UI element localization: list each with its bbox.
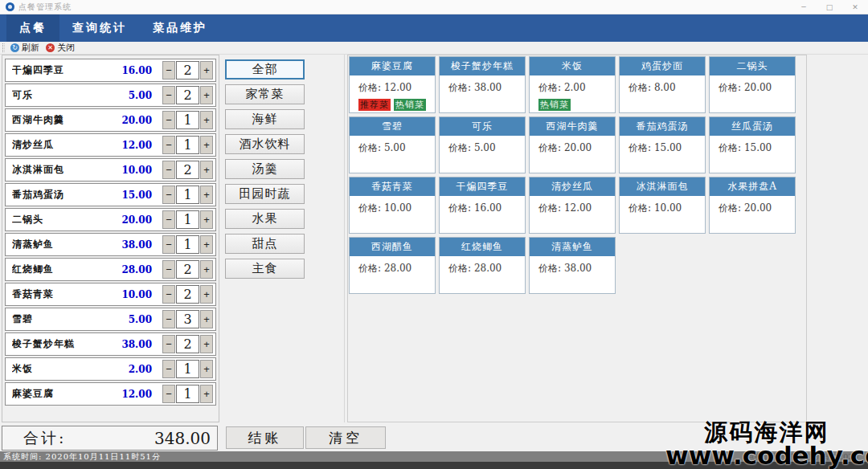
order-row: 雪碧 5.00 − 3 + [5, 308, 216, 331]
decrease-qty-button[interactable]: − [162, 310, 175, 328]
decrease-qty-button[interactable]: − [162, 285, 175, 304]
category-button[interactable]: 家常菜 [225, 84, 305, 104]
dish-tags: 热销菜 [538, 99, 615, 111]
increase-qty-button[interactable]: + [200, 335, 213, 353]
increase-qty-button[interactable]: + [200, 310, 213, 328]
quantity-stepper: − 2 + [162, 260, 213, 279]
category-button[interactable]: 水果 [225, 209, 305, 229]
close-button[interactable]: ✕ 关闭 [44, 42, 80, 54]
order-item-name: 麻婆豆腐 [12, 387, 107, 401]
dish-card[interactable]: 二锅头 价格: 20.00 [709, 56, 796, 113]
increase-qty-button[interactable]: + [200, 136, 213, 154]
increase-qty-button[interactable]: + [200, 111, 213, 129]
menu-bar: 点餐 查询统计 菜品维护 [0, 14, 868, 42]
decrease-qty-button[interactable]: − [162, 360, 175, 378]
dish-card[interactable]: 可乐 价格: 5.00 [439, 116, 526, 173]
dish-price-value: 28.00 [384, 263, 411, 274]
dish-price-value: 10.00 [384, 202, 411, 214]
dish-price: 价格: 28.00 [358, 262, 435, 275]
minimize-button[interactable]: ─ [791, 0, 817, 14]
dish-price: 价格: 10.00 [358, 202, 435, 215]
dish-name: 鸡蛋炒面 [620, 57, 705, 75]
dish-card[interactable]: 清蒸鲈鱼 价格: 38.00 [529, 237, 616, 294]
increase-qty-button[interactable]: + [200, 285, 213, 304]
dish-card[interactable]: 冰淇淋面包 价格: 10.00 [619, 177, 706, 234]
order-item-name: 冰淇淋面包 [12, 163, 107, 177]
menu-item-dish-maintenance[interactable]: 菜品维护 [140, 14, 220, 42]
category-button[interactable]: 海鲜 [225, 109, 305, 129]
increase-qty-button[interactable]: + [200, 360, 213, 378]
decrease-qty-button[interactable]: − [162, 210, 175, 229]
price-label: 价格: [448, 263, 471, 274]
decrease-qty-button[interactable]: − [162, 235, 175, 254]
dish-area: 麻婆豆腐 价格: 12.00 推荐菜热销菜 梭子蟹炒年糕 价格: 38.00 米… [347, 55, 807, 422]
close-window-button[interactable]: ✕ [842, 0, 868, 14]
menu-item-statistics[interactable]: 查询统计 [59, 14, 140, 42]
dish-price: 价格: 38.00 [538, 262, 615, 275]
increase-qty-button[interactable]: + [200, 385, 213, 403]
qty-value: 1 [176, 360, 199, 378]
dish-card[interactable]: 干煸四季豆 价格: 16.00 [439, 177, 526, 234]
refresh-button[interactable]: ↻ 刷新 [9, 42, 44, 54]
dish-card[interactable]: 红烧鲫鱼 价格: 28.00 [439, 237, 526, 294]
dish-card[interactable]: 西湖牛肉羹 价格: 20.00 [529, 116, 616, 173]
checkout-button[interactable]: 结账 [226, 426, 304, 449]
dish-card[interactable]: 香菇青菜 价格: 10.00 [349, 177, 436, 234]
category-button[interactable]: 甜点 [225, 234, 305, 254]
dish-price: 价格: 5.00 [448, 141, 525, 155]
decrease-qty-button[interactable]: − [162, 335, 175, 353]
decrease-qty-button[interactable]: − [162, 86, 175, 104]
increase-qty-button[interactable]: + [200, 210, 213, 229]
category-button[interactable]: 田园时蔬 [225, 184, 305, 204]
decrease-qty-button[interactable]: − [162, 161, 175, 179]
increase-qty-button[interactable]: + [200, 86, 213, 104]
decrease-qty-button[interactable]: − [162, 61, 175, 80]
decrease-qty-button[interactable]: − [162, 111, 175, 129]
category-button[interactable]: 汤羹 [225, 159, 305, 179]
category-button[interactable]: 全部 [225, 59, 305, 80]
menu-item-order[interactable]: 点餐 [6, 14, 59, 42]
category-button[interactable]: 酒水饮料 [225, 134, 305, 154]
increase-qty-button[interactable]: + [200, 260, 213, 279]
dish-card[interactable]: 丝瓜蛋汤 价格: 15.00 [709, 116, 796, 173]
decrease-qty-button[interactable]: − [162, 260, 175, 279]
order-row: 西湖牛肉羹 20.00 − 1 + [5, 108, 216, 132]
quantity-stepper: − 3 + [162, 310, 213, 328]
quantity-stepper: − 2 + [162, 86, 213, 104]
dish-price-value: 20.00 [744, 82, 772, 93]
increase-qty-button[interactable]: + [200, 161, 213, 179]
dish-price: 价格: 8.00 [628, 81, 705, 95]
quantity-stepper: − 2 + [162, 335, 213, 353]
order-row: 番茄鸡蛋汤 15.00 − 1 + [5, 183, 216, 206]
clear-button[interactable]: 清空 [305, 426, 386, 449]
quantity-stepper: − 1 + [162, 360, 213, 378]
dish-card[interactable]: 梭子蟹炒年糕 价格: 38.00 [439, 56, 526, 113]
dish-card[interactable]: 水果拼盘A 价格: 20.00 [709, 177, 796, 234]
dish-tag: 热销菜 [538, 99, 571, 111]
category-button[interactable]: 主食 [225, 259, 305, 279]
price-label: 价格: [448, 82, 471, 93]
dish-card[interactable]: 西湖醋鱼 价格: 28.00 [349, 237, 436, 294]
maximize-button[interactable]: □ [817, 0, 842, 14]
decrease-qty-button[interactable]: − [162, 385, 175, 403]
decrease-qty-button[interactable]: − [162, 186, 175, 204]
dish-card[interactable]: 米饭 价格: 2.00 热销菜 [529, 56, 616, 113]
dish-price: 价格: 12.00 [358, 81, 435, 95]
close-icon: ✕ [46, 43, 55, 52]
increase-qty-button[interactable]: + [200, 186, 213, 204]
dish-card[interactable]: 番茄鸡蛋汤 价格: 15.00 [619, 116, 706, 173]
decrease-qty-button[interactable]: − [162, 136, 175, 154]
increase-qty-button[interactable]: + [200, 61, 213, 80]
increase-qty-button[interactable]: + [200, 235, 213, 254]
dish-card[interactable]: 麻婆豆腐 价格: 12.00 推荐菜热销菜 [349, 56, 436, 113]
dish-card[interactable]: 清炒丝瓜 价格: 12.00 [529, 177, 616, 234]
price-label: 价格: [538, 82, 561, 93]
dish-card[interactable]: 雪碧 价格: 5.00 [349, 116, 436, 173]
order-item-price: 12.00 [107, 140, 152, 151]
dish-price-value: 5.00 [384, 142, 406, 153]
dish-price-value: 2.00 [564, 82, 586, 93]
dish-card[interactable]: 鸡蛋炒面 价格: 8.00 [619, 56, 706, 113]
dish-price-value: 38.00 [564, 263, 592, 274]
quantity-stepper: − 1 + [162, 235, 213, 254]
quantity-stepper: − 1 + [162, 111, 213, 129]
